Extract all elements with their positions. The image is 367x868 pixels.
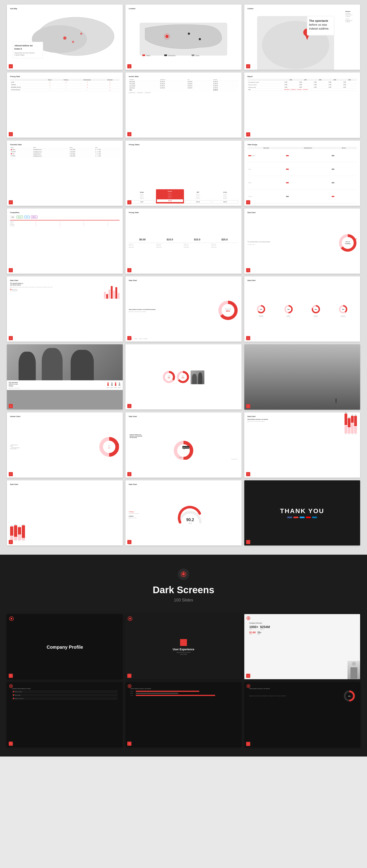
logo-circle-5 [128, 684, 131, 688]
about-donut-svg: 50% [344, 690, 355, 702]
svg-text:65%: 65% [226, 310, 230, 312]
stat-row-2: $2.4M Profit 21+ Years [249, 631, 355, 635]
tl-bar-1 [136, 691, 199, 692]
person-icon-4 [118, 382, 121, 386]
bars-v2-content: Almost before we knew it, we had left. A… [247, 418, 357, 475]
slide-number: i [246, 200, 250, 205]
age-donut-2: Aged 65% [177, 371, 189, 384]
bar-group-2: 75% Q2 [348, 417, 350, 435]
tl-year-1: Before [130, 691, 135, 692]
slide-location: Location Office Distributor [125, 5, 241, 70]
dark-section: Dark Screens 100 Slides Company Profile … [0, 555, 367, 756]
dark-slide-num-4: i [9, 742, 13, 746]
svg-text:35%: 35% [167, 377, 171, 378]
stat-val-2: $254M [260, 625, 270, 629]
slide-photo-people: The spectaclebefore us wasindeed. Appare… [7, 344, 123, 409]
walking-figure [335, 398, 337, 403]
svg-point-3 [80, 33, 82, 35]
invoice-footer: $100,000.00 — 140,000.00 — 1,20,000.00 [129, 92, 238, 93]
timeline-title: Almost before we knew it, we had left. [130, 688, 236, 689]
slide-big-donut: Data Chart Almost before weknew it, we h… [125, 412, 241, 477]
slide-title: Pricing Table [10, 76, 120, 77]
stacked-bars: 12.5 6-1-17 14.8 6-1-17 10.2 6-1-17 [10, 487, 120, 543]
logo-sciv: SCIV [24, 216, 30, 218]
light-section: Asia Map Almost before we knew it Appare… [0, 0, 367, 555]
bar-red-3 [351, 416, 354, 423]
slide-number: i [9, 540, 13, 544]
slide-number: i [246, 472, 250, 476]
svg-text:80%: 80% [315, 309, 317, 310]
slide-number: i [127, 268, 131, 272]
bars-v2-chart: 90% Q1 75% Q2 60% [344, 418, 357, 435]
dark-slide-timeline: Almost before we knew it, we had left. B… [125, 682, 241, 747]
bar-pink-2 [348, 428, 350, 434]
slide-number: i [127, 132, 131, 136]
svg-point-61 [119, 382, 120, 384]
dark-slide-overview: Company Overview 1000+ Clients $254M Rev… [244, 614, 360, 679]
svg-point-72 [335, 399, 336, 400]
values-list: Before we know it We do it right Why do … [12, 690, 118, 700]
slide-number: i [9, 200, 13, 205]
feature-grid: Feature oneFeature oneFeature oneFeature… [129, 244, 238, 248]
donut-2-svg: 50% [284, 305, 293, 314]
chart-legend: ● 1-4-16 ● 4-8-16 ● 7-2-16 ● 11-9-16 [129, 338, 238, 339]
timeline-logo [128, 684, 131, 688]
big-donut-svg: Male 50.9% ♀ 50% ♂ 50% [170, 439, 197, 460]
timeline-item-3: It was [130, 695, 236, 696]
value-item-3: Why do it, let us do it [12, 697, 118, 700]
contact-info: Members John Smithjane@email.com+1 234 5… [345, 11, 357, 70]
bar-group-3: 60% Q3 [351, 415, 354, 435]
svg-text:score: score [188, 523, 191, 524]
section-header: Dark Screens 100 Slides [7, 568, 360, 602]
num-text-2: i [129, 675, 130, 677]
overview-title: Company Overview [249, 622, 355, 624]
bar-chart [104, 283, 120, 299]
slide-number: i [127, 404, 131, 408]
svg-text:before us was: before us was [309, 23, 327, 26]
slide-title: Data Chart [247, 212, 357, 213]
slide-gender-chart: Gender Chart — Male: before weknew it — … [7, 412, 123, 477]
timeline-item-1: Before [130, 691, 236, 692]
user-exp-title: User Experience [173, 648, 194, 651]
report-table: 20062007200820092020 Financial growth is… [247, 79, 357, 91]
slide-title: Location [129, 8, 238, 9]
figure-group-4: Figure #4 [118, 382, 121, 388]
svg-rect-57 [108, 384, 109, 386]
bar-5 [113, 291, 115, 299]
person-photo [347, 661, 360, 679]
svg-rect-73 [336, 400, 336, 402]
slide-checklist: Checklist Table NameEmailPhoneDate Simon… [7, 141, 123, 206]
metrics-col: ⬆ Energy Almost before we knew it ◎ Retu… [129, 511, 140, 519]
svg-text:Store: Store [195, 55, 199, 57]
slide-number: i [127, 336, 131, 340]
donut-products: 80% Products More Indeed [311, 305, 320, 317]
svg-point-2 [63, 36, 66, 40]
svg-text:a great height: a great height [14, 54, 25, 56]
icon-linkedin [312, 517, 317, 518]
logo-billion: Billion [31, 216, 37, 218]
logo-dot [10, 618, 12, 620]
contact-content: The spectacle before us was indeed subli… [247, 11, 357, 70]
num-text-5: i [129, 743, 130, 744]
bar-pink-1 [344, 426, 347, 434]
competition-grid: Individual ● ● ○ ○ Flexible ● ○ ● ○ High… [10, 221, 120, 226]
bar-group-1: 90% Q1 [344, 412, 347, 435]
price-divider [129, 243, 238, 243]
dark-slide-num: i [9, 674, 13, 678]
svg-text:Office: Office [146, 55, 151, 57]
age-donut-1: Aged 35% [163, 371, 175, 384]
russia-map-svg: Office Distributor Store [129, 11, 238, 67]
slide-number: i [246, 404, 250, 408]
logo-circle-6 [247, 684, 250, 688]
invoice-table: Unit DescQty/TermsTaxAmount Web Design$1… [129, 79, 238, 91]
person-2 [42, 348, 63, 380]
marketing-chart-content: Almost before we knew it, we had left th… [129, 283, 238, 338]
pricing-prices-row: $0.00 $10.0 $15.0 $25.0 Feature oneFeatu… [129, 215, 238, 271]
svg-text:63%: 63% [260, 309, 263, 310]
about-chart: 50% [344, 690, 355, 702]
dark-logo-accent [9, 616, 14, 621]
dark-slide-num-2: i [127, 674, 131, 678]
bar-7 [118, 293, 120, 299]
svg-text:50%: 50% [108, 447, 111, 449]
figure-group-1: Figure #1 [106, 382, 110, 388]
